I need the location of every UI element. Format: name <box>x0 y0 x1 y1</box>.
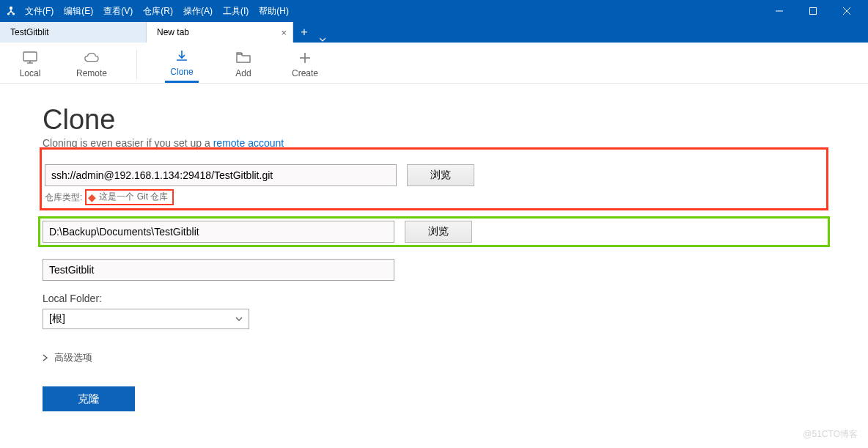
toolbar-label: Create <box>292 68 318 78</box>
menu-bar: 文件(F) 编辑(E) 查看(V) 仓库(R) 操作(A) 工具(I) 帮助(H… <box>25 5 289 18</box>
clone-url-input[interactable] <box>45 164 397 186</box>
tab-testgitblit[interactable]: TestGitblit <box>0 22 147 43</box>
tab-close-icon[interactable]: × <box>281 27 287 38</box>
repo-type-line: 仓库类型: ◆ 这是一个 Git 仓库 <box>45 189 826 205</box>
toolbar-label: Clone <box>170 67 193 77</box>
toolbar-remote[interactable]: Remote <box>75 45 108 83</box>
tab-label: New tab <box>157 27 189 37</box>
close-button[interactable] <box>830 0 864 22</box>
browse-url-button[interactable]: 浏览 <box>407 164 474 186</box>
toolbar-label: Remote <box>76 68 107 78</box>
tab-more-button[interactable] <box>315 37 330 43</box>
toolbar-clone[interactable]: Clone <box>165 45 199 83</box>
tab-label: TestGitblit <box>10 27 49 37</box>
window-controls <box>762 0 864 22</box>
content-area: Clone Cloning is even easier if you set … <box>0 84 868 432</box>
name-input[interactable] <box>43 259 394 281</box>
folder-icon <box>236 51 251 65</box>
repo-type-label: 仓库类型: <box>45 191 82 204</box>
menu-view[interactable]: 查看(V) <box>103 5 133 18</box>
download-icon <box>174 49 189 64</box>
chevron-right-icon <box>43 353 48 364</box>
menu-action[interactable]: 操作(A) <box>183 5 213 18</box>
path-highlight-box: 浏览 <box>38 216 830 247</box>
toolbar-label: Local <box>20 68 41 78</box>
svg-rect-5 <box>810 8 817 15</box>
page-title: Clone <box>43 104 825 136</box>
local-folder-label: Local Folder: <box>43 293 825 304</box>
cloud-icon <box>84 51 99 65</box>
toolbar: Local Remote Clone Add Create <box>0 43 868 84</box>
advanced-label: 高级选项 <box>54 351 92 364</box>
repo-type-badge: ◆ 这是一个 Git 仓库 <box>85 189 174 205</box>
monitor-icon <box>23 51 37 65</box>
title-bar: 文件(F) 编辑(E) 查看(V) 仓库(R) 操作(A) 工具(I) 帮助(H… <box>0 0 868 22</box>
svg-rect-8 <box>23 52 37 61</box>
local-folder-select[interactable]: [根] <box>43 309 249 329</box>
tab-add-button[interactable]: + <box>293 22 315 43</box>
toolbar-create[interactable]: Create <box>288 45 322 83</box>
browse-path-button[interactable]: 浏览 <box>405 221 472 243</box>
toolbar-label: Add <box>235 68 251 78</box>
separator <box>136 50 137 79</box>
menu-file[interactable]: 文件(F) <box>25 5 54 18</box>
url-highlight-box: 浏览 仓库类型: ◆ 这是一个 Git 仓库 <box>40 147 828 210</box>
toolbar-local[interactable]: Local <box>13 45 47 83</box>
watermark: @51CTO博客 <box>803 428 858 441</box>
repo-type-value: 这是一个 Git 仓库 <box>99 191 168 203</box>
maximize-button[interactable] <box>796 0 830 22</box>
svg-point-0 <box>10 7 12 10</box>
toolbar-add[interactable]: Add <box>227 45 260 83</box>
menu-tools[interactable]: 工具(I) <box>223 5 249 18</box>
minimize-button[interactable] <box>762 0 796 22</box>
tab-bar: TestGitblit New tab× + <box>0 22 868 43</box>
clone-button[interactable]: 克隆 <box>43 386 135 411</box>
destination-path-input[interactable] <box>43 221 394 243</box>
menu-repo[interactable]: 仓库(R) <box>143 5 173 18</box>
tab-new[interactable]: New tab× <box>147 22 293 43</box>
menu-help[interactable]: 帮助(H) <box>259 5 289 18</box>
menu-edit[interactable]: 编辑(E) <box>64 5 93 18</box>
git-icon: ◆ <box>88 191 96 203</box>
advanced-options-toggle[interactable]: 高级选项 <box>43 351 825 364</box>
plus-icon <box>298 51 312 65</box>
local-folder-value: [根] <box>49 312 65 326</box>
app-icon <box>4 4 18 18</box>
